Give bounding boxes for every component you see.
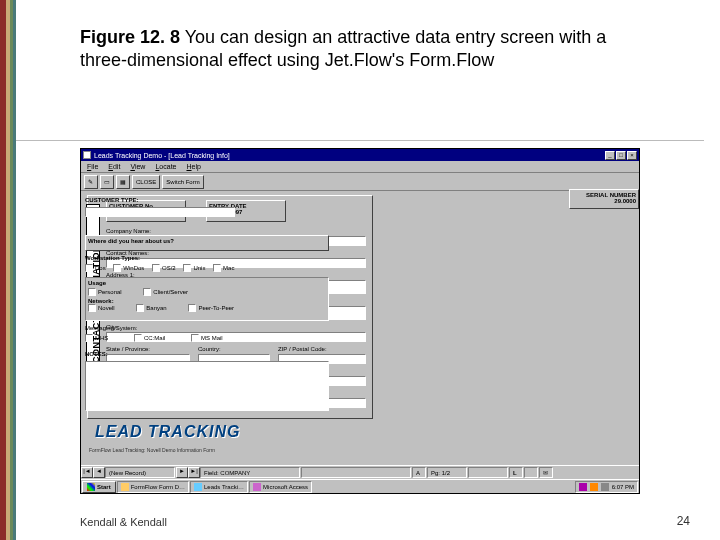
taskbar: Start FormFlow Form D… Leads Tracki… Mic… xyxy=(81,479,639,493)
titlebar: Leads Tracking Demo - [Lead Tracking Inf… xyxy=(81,149,639,161)
close-button[interactable]: CLOSE xyxy=(132,175,160,189)
status-l: L xyxy=(509,467,523,478)
ws-mac-check[interactable] xyxy=(213,264,221,272)
system-tray: 6:07 PM xyxy=(575,481,638,493)
app-window: Leads Tracking Demo - [Lead Tracking Inf… xyxy=(80,148,640,494)
m-ms-check[interactable] xyxy=(191,334,199,342)
state-label: State / Province: xyxy=(106,346,150,352)
page-footer-number: 24 xyxy=(677,514,690,528)
u-cs: Client/Server xyxy=(153,289,188,295)
page-status: Pg: 1/2 xyxy=(427,467,467,478)
menu-edit[interactable]: Edit xyxy=(108,163,120,170)
hear-label: Where did you hear about us? xyxy=(88,238,326,244)
n-ptp: Peer-To-Peer xyxy=(198,305,234,311)
serial-value: 29.0000 xyxy=(572,198,636,204)
ws-dos-check[interactable] xyxy=(85,264,93,272)
tool-icon-2[interactable]: ▭ xyxy=(100,175,114,189)
m-cc-check[interactable] xyxy=(134,334,142,342)
form-area: CONTACT INFORMATION CUSTOMER No. CIC0000… xyxy=(81,191,639,459)
task-leads[interactable]: Leads Tracki… xyxy=(190,481,248,493)
ws-os2-check[interactable] xyxy=(152,264,160,272)
clock: 6:07 PM xyxy=(612,484,634,490)
u-cs-check[interactable] xyxy=(143,288,151,296)
maximize-button[interactable]: □ xyxy=(616,151,626,160)
tool-icon-3[interactable]: ▦ xyxy=(116,175,130,189)
menu-locate[interactable]: Locate xyxy=(155,163,176,170)
u-personal-check[interactable] xyxy=(88,288,96,296)
page-footer-author: Kendall & Kendall xyxy=(80,516,167,528)
menu-view[interactable]: View xyxy=(130,163,145,170)
access-icon xyxy=(253,483,261,491)
window-title: Leads Tracking Demo - [Lead Tracking Inf… xyxy=(94,152,605,159)
statusbar: |◄ ◄ (New Record) ► ►| Field: COMPANY A … xyxy=(81,465,639,479)
m-cc: CC:Mail xyxy=(144,335,165,341)
minimize-button[interactable]: _ xyxy=(605,151,615,160)
n-ptp-check[interactable] xyxy=(188,304,196,312)
formflow-icon xyxy=(121,483,129,491)
ws-win: WinDos xyxy=(123,265,144,271)
toolbar: ✎ ▭ ▦ CLOSE Switch Form xyxy=(81,173,639,191)
ws-dos: Dos xyxy=(95,265,106,271)
ws-mac: Mac xyxy=(223,265,234,271)
m-mhs: MHS xyxy=(95,335,108,341)
tray-icon-2[interactable] xyxy=(590,483,598,491)
n-novell-check[interactable] xyxy=(88,304,96,312)
m-mhs-check[interactable] xyxy=(85,334,93,342)
status-blank xyxy=(301,467,411,478)
menu-help[interactable]: Help xyxy=(186,163,200,170)
tray-icon-3[interactable] xyxy=(601,483,609,491)
nav-next[interactable]: ► xyxy=(176,467,188,478)
tray-icon-1[interactable] xyxy=(579,483,587,491)
country-label: Country: xyxy=(198,346,221,352)
ws-win-check[interactable] xyxy=(113,264,121,272)
switch-form-button[interactable]: Switch Form xyxy=(162,175,203,189)
divider xyxy=(16,140,704,141)
n-banyan: Banyan xyxy=(146,305,166,311)
nav-prev[interactable]: ◄ xyxy=(93,467,105,478)
tool-icon-1[interactable]: ✎ xyxy=(84,175,98,189)
form-footer-text: FormFlow Lead Tracking: Novell Demo Info… xyxy=(89,447,215,453)
ws-unix: Unix xyxy=(193,265,205,271)
zip-label: ZIP / Postal Code: xyxy=(278,346,327,352)
custtype-label: CUSTOMER TYPE: xyxy=(85,197,139,203)
close-window-button[interactable]: × xyxy=(627,151,637,160)
m-ms: MS Mail xyxy=(201,335,223,341)
ws-unix-check[interactable] xyxy=(183,264,191,272)
company-label: Company Name: xyxy=(106,228,151,234)
custtype-input[interactable] xyxy=(85,207,235,217)
ws-os2: OS/2 xyxy=(162,265,176,271)
leads-icon xyxy=(194,483,202,491)
task-access[interactable]: Microsoft Access xyxy=(249,481,312,493)
ws-label: Workstation Types: xyxy=(85,255,140,261)
notes-label: NOTES: xyxy=(85,351,108,357)
nav-first[interactable]: |◄ xyxy=(81,467,93,478)
field-status: Field: COMPANY xyxy=(200,467,300,478)
figure-number: Figure 12. 8 xyxy=(80,27,180,47)
lead-tracking-title: LEAD TRACKING xyxy=(95,423,240,441)
usage-label: Usage xyxy=(88,280,326,286)
figure-caption: Figure 12. 8 You can design an attractiv… xyxy=(80,26,640,73)
start-button[interactable]: Start xyxy=(82,481,116,493)
nav-last[interactable]: ►| xyxy=(188,467,200,478)
msg-label: Messaging System: xyxy=(85,325,137,331)
status-a: A xyxy=(412,467,426,478)
u-personal: Personal xyxy=(98,289,122,295)
task-formflow[interactable]: FormFlow Form D… xyxy=(117,481,189,493)
app-icon xyxy=(83,151,91,159)
menubar: FFileile Edit View Locate Help xyxy=(81,161,639,173)
windows-icon xyxy=(87,483,95,491)
record-status: (New Record) xyxy=(105,467,175,478)
notes-input[interactable] xyxy=(85,361,329,411)
n-novell: Novell xyxy=(98,305,115,311)
n-banyan-check[interactable] xyxy=(136,304,144,312)
menu-file[interactable]: FFileile xyxy=(87,163,98,170)
